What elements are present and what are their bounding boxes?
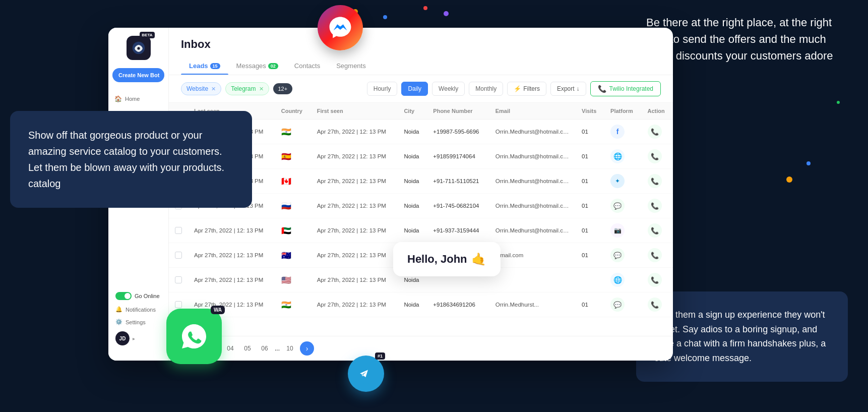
sidebar-item-notifications[interactable]: 🔔 Notifications	[112, 303, 164, 316]
col-first-seen: First seen	[311, 103, 398, 120]
row-email: Orrin.Medhurst@hotmail.com	[489, 169, 576, 194]
phone-icon: 📞	[651, 128, 659, 136]
tab-contacts[interactable]: Contacts	[286, 57, 328, 75]
row-email: Orrin.Medhurst@hotmail.com	[489, 218, 576, 243]
filter-icon: ⚡	[514, 85, 521, 92]
row-checkbox-cell	[169, 268, 188, 292]
page-ellipsis-2: ...	[275, 345, 280, 352]
row-checkbox[interactable]	[175, 301, 182, 308]
row-visits: 01	[576, 144, 604, 169]
sidebar-item-home[interactable]: 🏠 Home	[108, 91, 168, 106]
online-toggle-switch[interactable]	[115, 292, 132, 300]
create-bot-button[interactable]: Create New Bot	[112, 68, 164, 82]
next-page[interactable]: ›	[300, 341, 314, 356]
row-visits	[576, 268, 604, 292]
sidebar-item-settings[interactable]: ⚙️ Settings	[112, 316, 164, 328]
row-city: Noida	[398, 169, 427, 194]
row-email	[489, 268, 576, 292]
row-phone: +91-937-3159444	[427, 218, 489, 243]
col-visits: Visits	[576, 103, 604, 120]
page-6[interactable]: 06	[258, 341, 272, 356]
call-button[interactable]: 📞	[648, 298, 662, 312]
bell-icon: 🔔	[115, 306, 122, 313]
call-button[interactable]: 📞	[648, 149, 662, 163]
row-email: ...mail.com	[489, 243, 576, 268]
col-email: Email	[489, 103, 576, 120]
time-hourly[interactable]: Hourly	[367, 82, 398, 96]
row-action: 📞	[642, 268, 673, 292]
filter-telegram[interactable]: Telegram ✕	[225, 82, 269, 95]
table-row: Apr 27th, 2022 | 12: 13 PM 🇦🇪 Apr 27th, …	[169, 218, 673, 243]
tab-bar: Leads 15 Messages 02 Contacts Segments	[181, 57, 661, 75]
call-button[interactable]: 📞	[648, 248, 662, 262]
row-country: 🇦🇺	[275, 243, 311, 268]
tab-segments[interactable]: Segments	[328, 57, 374, 75]
remove-website-filter[interactable]: ✕	[211, 86, 216, 92]
row-country: 🇮🇳	[275, 292, 311, 317]
row-phone: +918599174064	[427, 144, 489, 169]
row-first-seen: Apr 27th, 2022 | 12: 13 PM	[311, 144, 398, 169]
row-city: Noida	[398, 120, 427, 144]
row-city: Noida	[398, 194, 427, 218]
pagination: ‹ 01 ... 04 05 06 ... 10 ›	[169, 336, 673, 361]
row-country: 🇦🇪	[275, 218, 311, 243]
sidebar-logo: BETA	[127, 36, 151, 60]
phone-icon: 📞	[651, 153, 659, 160]
row-first-seen: Apr 27th, 2022 | 12: 13 PM	[311, 268, 398, 292]
col-phone: Phone Number	[427, 103, 489, 120]
time-weekly[interactable]: Weekly	[432, 82, 465, 96]
row-first-seen: Apr 27th, 2022 | 12: 13 PM	[311, 194, 398, 218]
filter-more[interactable]: 12+	[273, 83, 293, 94]
row-checkbox[interactable]	[175, 227, 182, 234]
page-4[interactable]: 04	[223, 341, 237, 356]
beta-badge: BETA	[140, 32, 154, 38]
filter-tags: Website ✕ Telegram ✕ 12+	[181, 82, 292, 95]
wave-emoji: 🤙	[471, 252, 486, 266]
call-button[interactable]: 📞	[648, 125, 662, 139]
row-visits: 01	[576, 169, 604, 194]
row-checkbox[interactable]	[175, 252, 182, 259]
row-country: 🇷🇺	[275, 194, 311, 218]
tab-messages[interactable]: Messages 02	[228, 57, 286, 75]
page-5[interactable]: 05	[240, 341, 255, 356]
phone-check-icon: 📞	[598, 85, 606, 93]
go-online-toggle[interactable]: Go Online	[112, 289, 164, 303]
row-country: 🇨🇦	[275, 169, 311, 194]
row-phone: +19987-595-6696	[427, 120, 489, 144]
page-10[interactable]: 10	[283, 341, 297, 356]
remove-telegram-filter[interactable]: ✕	[259, 86, 264, 92]
whatsapp-float-icon: WA	[166, 309, 222, 364]
hello-john-bubble: Hello, John 🤙	[393, 242, 501, 276]
row-checkbox[interactable]	[175, 276, 182, 283]
col-country: Country	[275, 103, 311, 120]
tab-leads[interactable]: Leads 15	[181, 57, 228, 75]
filter-website[interactable]: Website ✕	[181, 82, 221, 95]
export-button[interactable]: Export ↓	[550, 82, 586, 96]
row-action: 📞	[642, 169, 673, 194]
row-platform: f	[604, 120, 642, 144]
messenger-icon	[318, 5, 363, 50]
row-visits: 01	[576, 194, 604, 218]
wa-badge: WA	[211, 306, 225, 314]
row-first-seen: Apr 27th, 2022 | 12: 13 PM	[311, 243, 398, 268]
time-daily[interactable]: Daily	[401, 82, 428, 96]
filters-button[interactable]: ⚡ Filters	[507, 82, 546, 96]
row-action: 📞	[642, 218, 673, 243]
row-action: 📞	[642, 292, 673, 317]
call-button[interactable]: 📞	[648, 174, 662, 188]
integrated-button[interactable]: 📞 Twilio Integrated	[590, 81, 661, 96]
home-icon: 🏠	[114, 95, 122, 102]
call-button[interactable]: 📞	[648, 199, 662, 213]
row-visits: 01	[576, 218, 604, 243]
row-platform: 💬	[604, 194, 642, 218]
row-action: 📞	[642, 120, 673, 144]
time-monthly[interactable]: Monthly	[469, 82, 503, 96]
row-city: Noida	[398, 292, 427, 317]
row-first-seen: Apr 27th, 2022 | 12: 13 PM	[311, 169, 398, 194]
call-button[interactable]: 📞	[648, 273, 662, 287]
call-button[interactable]: 📞	[648, 223, 662, 238]
row-platform: 💬	[604, 243, 642, 268]
row-phone: +91-745-0682104	[427, 194, 489, 218]
filter-right: Hourly Daily Weekly Monthly ⚡ Filters Ex…	[367, 81, 661, 96]
table-row: Apr 27th, 2022 | 12: 13 PM 🇮🇳 Apr 27th, …	[169, 292, 673, 317]
